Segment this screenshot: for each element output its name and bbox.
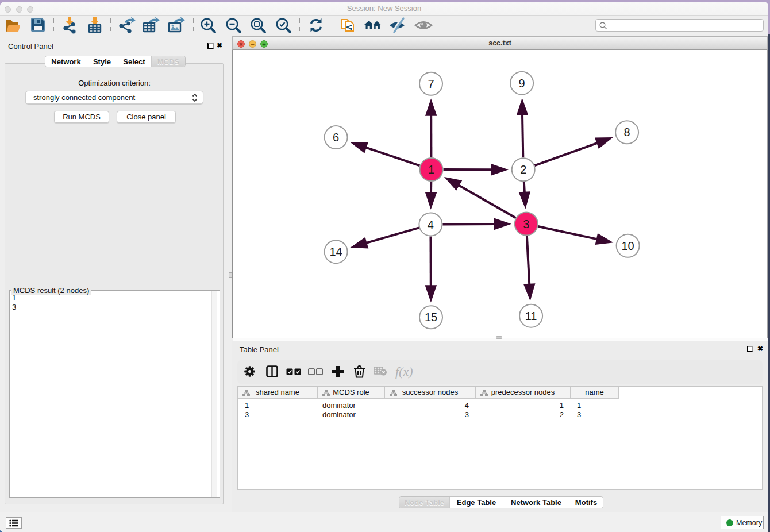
svg-text:10: 10 <box>621 240 634 252</box>
svg-text:9: 9 <box>519 77 525 90</box>
svg-text:2: 2 <box>520 163 526 176</box>
svg-text:4: 4 <box>428 218 434 231</box>
svg-text:3: 3 <box>523 218 529 230</box>
svg-text:14: 14 <box>329 245 342 258</box>
svg-text:1: 1 <box>428 163 434 176</box>
svg-text:7: 7 <box>428 78 434 90</box>
svg-text:11: 11 <box>525 310 537 322</box>
svg-text:15: 15 <box>425 311 437 323</box>
svg-text:8: 8 <box>624 126 630 138</box>
svg-text:6: 6 <box>333 131 339 144</box>
